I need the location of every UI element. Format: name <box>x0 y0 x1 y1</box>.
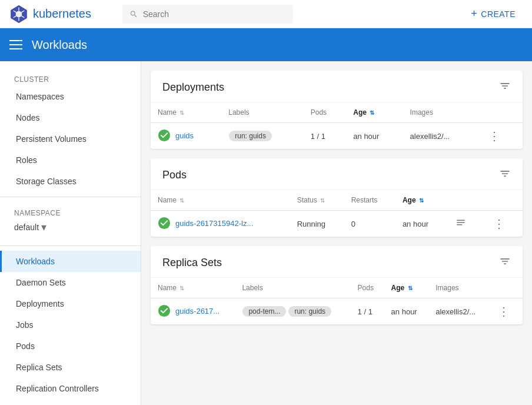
rs-pods-cell: 1 / 1 <box>351 298 384 325</box>
replica-sets-header: Replica Sets <box>151 246 523 278</box>
sidebar-divider-2 <box>0 245 141 246</box>
search-icon <box>129 9 138 19</box>
pod-logs-button[interactable] <box>453 216 468 233</box>
deployments-col-name[interactable]: Name ⇅ <box>151 102 221 123</box>
app-bar-title: Workloads <box>32 38 87 52</box>
pod-restarts-cell: 0 <box>344 211 395 237</box>
pods-filter-icon[interactable] <box>499 168 511 182</box>
rs-more-button[interactable]: ⋮ <box>496 303 512 320</box>
pods-col-age[interactable]: Age ⇅ <box>395 190 447 211</box>
sidebar-item-persistent-volumes[interactable]: Persistent Volumes <box>0 128 141 150</box>
pod-name-link[interactable]: guids-2617315942-lz... <box>175 219 253 228</box>
pod-status-cell: Running <box>290 211 344 237</box>
rs-status-name-cell: guids-2617... <box>151 298 235 323</box>
replica-sets-section: Replica Sets Name ⇅ Labels Pods Age ⇅ Im… <box>151 246 523 324</box>
pods-title: Pods <box>162 169 187 181</box>
create-plus-icon: + <box>471 8 477 20</box>
search-input[interactable] <box>143 9 286 19</box>
deployment-images-cell: alexellis2/... <box>403 123 480 150</box>
sidebar-item-pods[interactable]: Pods <box>0 336 141 357</box>
svg-point-10 <box>158 305 170 317</box>
rs-col-name[interactable]: Name ⇅ <box>151 278 235 298</box>
deployment-age-cell: an hour <box>346 123 403 150</box>
table-row: guids run: guids 1 / 1 an hour alexellis… <box>151 123 523 150</box>
sidebar-item-replica-sets[interactable]: Replica Sets <box>0 357 141 378</box>
replica-sets-filter-icon[interactable] <box>499 255 511 270</box>
rs-col-age[interactable]: Age ⇅ <box>384 278 429 298</box>
deployments-section: Deployments Name ⇅ Labels Pods Age ⇅ Ima… <box>151 71 523 149</box>
deployment-status-cell: guids <box>151 123 221 148</box>
rs-col-pods: Pods <box>351 278 384 298</box>
namespace-select[interactable]: default ▾ <box>14 221 127 234</box>
rs-more-cell: ⋮ <box>488 298 523 325</box>
deployment-more-button[interactable]: ⋮ <box>486 127 503 145</box>
replica-sets-table: Name ⇅ Labels Pods Age ⇅ Images guids-26… <box>151 278 523 324</box>
rs-status-ok-icon <box>158 304 171 317</box>
rs-name-link[interactable]: guids-2617... <box>175 307 220 316</box>
namespace-value: default <box>14 223 39 232</box>
deployment-more-cell: ⋮ <box>479 123 523 150</box>
sidebar: Cluster Namespaces Nodes Persistent Volu… <box>0 61 141 405</box>
pod-logs-cell <box>446 211 484 237</box>
svg-point-9 <box>158 217 170 229</box>
pod-status-name-cell: guids-2617315942-lz... <box>151 211 290 235</box>
rs-col-labels: Labels <box>235 278 350 298</box>
deployment-name-link[interactable]: guids <box>175 131 194 140</box>
sidebar-divider <box>0 197 141 197</box>
deployments-col-labels: Labels <box>221 102 304 123</box>
pod-age-cell: an hour <box>395 211 447 237</box>
sidebar-item-namespaces[interactable]: Namespaces <box>0 86 141 107</box>
status-ok-icon <box>158 129 171 142</box>
namespace-label: Namespace <box>14 209 127 217</box>
sidebar-item-jobs[interactable]: Jobs <box>0 314 141 336</box>
rs-labels-container: pod-tem... run: guids <box>242 306 343 317</box>
pod-more-cell: ⋮ <box>484 211 523 237</box>
rs-images-cell: alexellis2/... <box>428 298 488 325</box>
sidebar-item-deployments[interactable]: Deployments <box>0 293 141 314</box>
main-layout: Cluster Namespaces Nodes Persistent Volu… <box>0 61 532 405</box>
table-row: guids-2617... pod-tem... run: guids 1 / … <box>151 298 523 325</box>
deployments-col-age[interactable]: Age ⇅ <box>346 102 403 123</box>
pod-more-button[interactable]: ⋮ <box>491 215 507 233</box>
rs-label-chip-0: pod-tem... <box>242 306 286 317</box>
replica-sets-title: Replica Sets <box>162 257 222 269</box>
sidebar-item-replication-controllers[interactable]: Replication Controllers <box>0 378 141 399</box>
rs-age-cell: an hour <box>384 298 429 325</box>
deployments-col-pods: Pods <box>304 102 347 123</box>
pods-header: Pods <box>151 158 523 190</box>
deployments-col-images: Images <box>403 102 480 123</box>
sidebar-item-stateful-sets[interactable]: Stateful Sets <box>0 399 141 405</box>
sidebar-item-nodes[interactable]: Nodes <box>0 107 141 128</box>
pods-table: Name ⇅ Status ⇅ Restarts Age ⇅ guids-261… <box>151 190 523 237</box>
deployments-filter-icon[interactable] <box>499 80 511 95</box>
sidebar-item-roles[interactable]: Roles <box>0 150 141 171</box>
namespace-section: Namespace default ▾ <box>0 202 141 241</box>
deployment-labels-cell: run: guids <box>221 123 304 150</box>
create-button[interactable]: + CREATE <box>464 3 523 25</box>
rs-labels-cell: pod-tem... run: guids <box>235 298 350 325</box>
pods-col-status[interactable]: Status ⇅ <box>290 190 344 211</box>
create-label: CREATE <box>481 9 516 19</box>
deployments-title: Deployments <box>162 81 224 94</box>
table-row: guids-2617315942-lz... Running 0 an hour… <box>151 211 523 237</box>
deployments-table: Name ⇅ Labels Pods Age ⇅ Images guids <box>151 102 523 149</box>
sidebar-item-storage-classes[interactable]: Storage Classes <box>0 171 141 192</box>
rs-col-images: Images <box>428 278 488 298</box>
search-bar[interactable] <box>122 5 293 24</box>
cluster-section-title: Cluster <box>0 71 141 86</box>
pod-status-ok-icon <box>158 217 171 230</box>
sidebar-item-daemon-sets[interactable]: Daemon Sets <box>0 272 141 293</box>
deployment-pods-cell: 1 / 1 <box>304 123 347 150</box>
deployment-label-chip: run: guids <box>229 131 272 141</box>
pods-col-restarts: Restarts <box>344 190 395 211</box>
pods-col-name[interactable]: Name ⇅ <box>151 190 290 211</box>
svg-point-1 <box>16 11 22 17</box>
content-area: Deployments Name ⇅ Labels Pods Age ⇅ Ima… <box>141 61 532 405</box>
rs-label-chip-1: run: guids <box>288 306 331 317</box>
deployments-header: Deployments <box>151 71 523 102</box>
pods-section: Pods Name ⇅ Status ⇅ Restarts Age ⇅ <box>151 158 523 237</box>
sidebar-item-workloads[interactable]: Workloads <box>0 251 141 272</box>
logo-text: kubernetes <box>33 7 91 21</box>
svg-point-8 <box>158 130 170 141</box>
hamburger-menu[interactable] <box>9 40 22 49</box>
